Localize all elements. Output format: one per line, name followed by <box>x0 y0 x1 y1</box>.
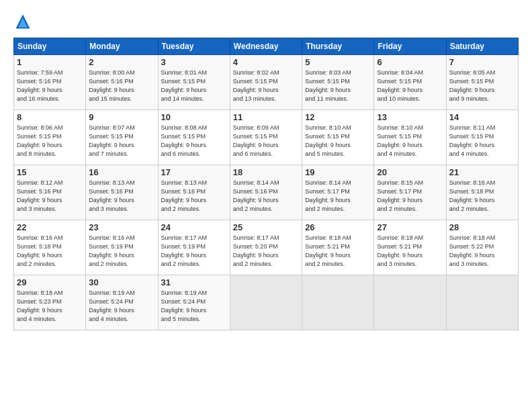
day-number: 18 <box>233 167 299 177</box>
calendar-week-3: 15Sunrise: 8:12 AM Sunset: 5:16 PM Dayli… <box>14 165 519 220</box>
calendar-header-saturday: Saturday <box>446 38 518 55</box>
day-info: Sunrise: 8:13 AM Sunset: 5:16 PM Dayligh… <box>89 179 154 214</box>
page: SundayMondayTuesdayWednesdayThursdayFrid… <box>0 0 532 411</box>
day-number: 19 <box>305 167 371 177</box>
calendar-cell: 26Sunrise: 8:18 AM Sunset: 5:21 PM Dayli… <box>302 220 374 275</box>
calendar-cell: 21Sunrise: 8:16 AM Sunset: 5:18 PM Dayli… <box>446 165 518 220</box>
calendar-week-1: 1Sunrise: 7:59 AM Sunset: 5:16 PM Daylig… <box>14 55 519 110</box>
calendar-cell: 27Sunrise: 8:18 AM Sunset: 5:21 PM Dayli… <box>374 220 446 275</box>
day-number: 9 <box>89 112 154 122</box>
day-number: 27 <box>377 222 443 232</box>
calendar-cell: 18Sunrise: 8:14 AM Sunset: 5:16 PM Dayli… <box>230 165 302 220</box>
calendar-cell: 1Sunrise: 7:59 AM Sunset: 5:16 PM Daylig… <box>14 55 86 110</box>
day-number: 26 <box>305 222 371 232</box>
calendar-week-2: 8Sunrise: 8:06 AM Sunset: 5:15 PM Daylig… <box>14 110 519 165</box>
day-number: 6 <box>377 57 443 67</box>
day-number: 2 <box>89 57 154 67</box>
day-number: 24 <box>161 222 227 232</box>
calendar-cell: 30Sunrise: 8:19 AM Sunset: 5:24 PM Dayli… <box>86 275 158 330</box>
calendar-cell <box>230 275 302 330</box>
day-number: 28 <box>449 222 515 232</box>
calendar-cell: 25Sunrise: 8:17 AM Sunset: 5:20 PM Dayli… <box>230 220 302 275</box>
calendar-cell <box>446 275 518 330</box>
day-info: Sunrise: 8:06 AM Sunset: 5:15 PM Dayligh… <box>17 124 83 158</box>
calendar-cell: 19Sunrise: 8:14 AM Sunset: 5:17 PM Dayli… <box>302 165 374 220</box>
day-info: Sunrise: 8:12 AM Sunset: 5:16 PM Dayligh… <box>17 179 83 214</box>
calendar-cell: 12Sunrise: 8:10 AM Sunset: 5:15 PM Dayli… <box>302 110 374 165</box>
calendar-table: SundayMondayTuesdayWednesdayThursdayFrid… <box>13 38 519 330</box>
day-number: 31 <box>161 277 227 287</box>
calendar-cell: 8Sunrise: 8:06 AM Sunset: 5:15 PM Daylig… <box>14 110 86 165</box>
calendar-cell: 10Sunrise: 8:08 AM Sunset: 5:15 PM Dayli… <box>158 110 230 165</box>
day-info: Sunrise: 8:14 AM Sunset: 5:17 PM Dayligh… <box>305 179 371 214</box>
calendar-cell: 24Sunrise: 8:17 AM Sunset: 5:19 PM Dayli… <box>158 220 230 275</box>
day-number: 25 <box>233 222 299 232</box>
calendar-cell: 29Sunrise: 8:18 AM Sunset: 5:23 PM Dayli… <box>14 275 86 330</box>
day-number: 14 <box>449 112 515 122</box>
calendar-cell: 3Sunrise: 8:01 AM Sunset: 5:15 PM Daylig… <box>158 55 230 110</box>
calendar-cell: 22Sunrise: 8:16 AM Sunset: 5:18 PM Dayli… <box>14 220 86 275</box>
day-number: 10 <box>161 112 227 122</box>
day-number: 13 <box>377 112 443 122</box>
day-number: 30 <box>89 277 154 287</box>
day-number: 29 <box>17 277 83 287</box>
calendar-cell: 7Sunrise: 8:05 AM Sunset: 5:15 PM Daylig… <box>446 55 518 110</box>
day-number: 16 <box>89 167 154 177</box>
day-info: Sunrise: 8:04 AM Sunset: 5:15 PM Dayligh… <box>377 68 443 103</box>
day-info: Sunrise: 8:05 AM Sunset: 5:15 PM Dayligh… <box>449 68 515 103</box>
day-number: 3 <box>161 57 227 67</box>
day-number: 17 <box>161 167 227 177</box>
day-info: Sunrise: 8:01 AM Sunset: 5:15 PM Dayligh… <box>161 68 227 103</box>
calendar-cell: 17Sunrise: 8:13 AM Sunset: 5:16 PM Dayli… <box>158 165 230 220</box>
day-info: Sunrise: 8:17 AM Sunset: 5:19 PM Dayligh… <box>161 234 227 269</box>
calendar-cell: 6Sunrise: 8:04 AM Sunset: 5:15 PM Daylig… <box>374 55 446 110</box>
day-number: 12 <box>305 112 371 122</box>
calendar-week-4: 22Sunrise: 8:16 AM Sunset: 5:18 PM Dayli… <box>14 220 519 275</box>
calendar-cell: 5Sunrise: 8:03 AM Sunset: 5:15 PM Daylig… <box>302 55 374 110</box>
day-number: 7 <box>449 57 515 67</box>
day-info: Sunrise: 7:59 AM Sunset: 5:16 PM Dayligh… <box>17 68 83 103</box>
calendar-week-5: 29Sunrise: 8:18 AM Sunset: 5:23 PM Dayli… <box>14 275 519 330</box>
day-info: Sunrise: 8:19 AM Sunset: 5:24 PM Dayligh… <box>161 289 227 324</box>
day-info: Sunrise: 8:10 AM Sunset: 5:15 PM Dayligh… <box>377 124 443 158</box>
day-number: 15 <box>17 167 83 177</box>
day-number: 22 <box>17 222 83 232</box>
day-info: Sunrise: 8:15 AM Sunset: 5:17 PM Dayligh… <box>377 179 443 214</box>
day-info: Sunrise: 8:18 AM Sunset: 5:22 PM Dayligh… <box>449 234 515 269</box>
day-info: Sunrise: 8:07 AM Sunset: 5:15 PM Dayligh… <box>89 124 154 158</box>
day-number: 5 <box>305 57 371 67</box>
day-number: 20 <box>377 167 443 177</box>
calendar-header-wednesday: Wednesday <box>230 38 302 55</box>
day-info: Sunrise: 8:18 AM Sunset: 5:21 PM Dayligh… <box>305 234 371 269</box>
calendar-cell: 28Sunrise: 8:18 AM Sunset: 5:22 PM Dayli… <box>446 220 518 275</box>
day-number: 21 <box>449 167 515 177</box>
calendar-cell <box>374 275 446 330</box>
calendar-header-monday: Monday <box>86 38 158 55</box>
day-info: Sunrise: 8:16 AM Sunset: 5:18 PM Dayligh… <box>17 234 83 269</box>
calendar-header-sunday: Sunday <box>14 38 86 55</box>
day-info: Sunrise: 8:08 AM Sunset: 5:15 PM Dayligh… <box>161 124 227 158</box>
day-info: Sunrise: 8:03 AM Sunset: 5:15 PM Dayligh… <box>305 68 371 103</box>
day-number: 23 <box>89 222 154 232</box>
calendar-cell: 15Sunrise: 8:12 AM Sunset: 5:16 PM Dayli… <box>14 165 86 220</box>
calendar-cell: 9Sunrise: 8:07 AM Sunset: 5:15 PM Daylig… <box>86 110 158 165</box>
logo-icon <box>13 12 32 31</box>
calendar-cell: 23Sunrise: 8:16 AM Sunset: 5:19 PM Dayli… <box>86 220 158 275</box>
calendar-cell: 16Sunrise: 8:13 AM Sunset: 5:16 PM Dayli… <box>86 165 158 220</box>
day-number: 1 <box>17 57 83 67</box>
calendar-cell <box>302 275 374 330</box>
day-info: Sunrise: 8:18 AM Sunset: 5:23 PM Dayligh… <box>17 289 83 324</box>
day-number: 8 <box>17 112 83 122</box>
day-info: Sunrise: 8:14 AM Sunset: 5:16 PM Dayligh… <box>233 179 299 214</box>
day-info: Sunrise: 8:09 AM Sunset: 5:15 PM Dayligh… <box>233 124 299 158</box>
calendar-header-row: SundayMondayTuesdayWednesdayThursdayFrid… <box>14 38 519 55</box>
day-info: Sunrise: 8:19 AM Sunset: 5:24 PM Dayligh… <box>89 289 154 324</box>
day-number: 4 <box>233 57 299 67</box>
calendar-cell: 2Sunrise: 8:00 AM Sunset: 5:16 PM Daylig… <box>86 55 158 110</box>
calendar-cell: 11Sunrise: 8:09 AM Sunset: 5:15 PM Dayli… <box>230 110 302 165</box>
day-info: Sunrise: 8:10 AM Sunset: 5:15 PM Dayligh… <box>305 124 371 158</box>
header <box>13 12 519 31</box>
day-info: Sunrise: 8:17 AM Sunset: 5:20 PM Dayligh… <box>233 234 299 269</box>
calendar-cell: 14Sunrise: 8:11 AM Sunset: 5:15 PM Dayli… <box>446 110 518 165</box>
calendar-cell: 20Sunrise: 8:15 AM Sunset: 5:17 PM Dayli… <box>374 165 446 220</box>
